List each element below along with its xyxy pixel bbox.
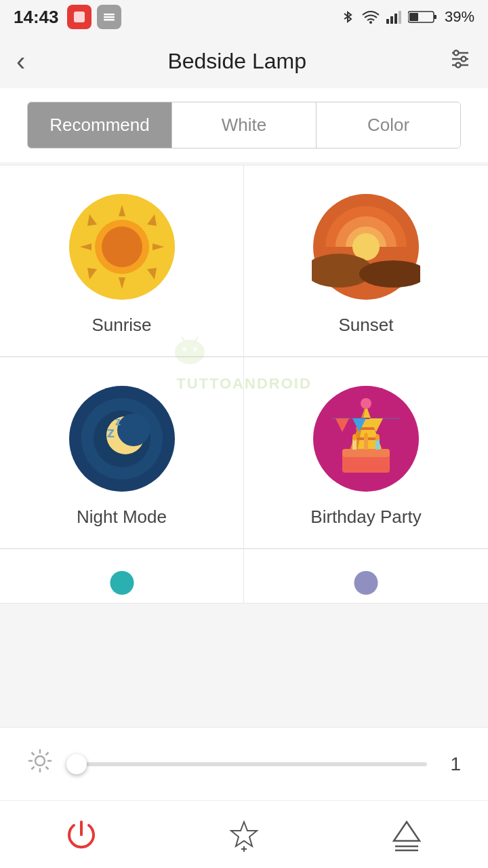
svg-line-75	[32, 767, 35, 770]
sunrise-label: Sunrise	[92, 315, 151, 336]
power-icon	[63, 816, 100, 853]
tab-color[interactable]: Color	[317, 102, 460, 148]
slider-thumb[interactable]	[66, 754, 87, 774]
svg-point-15	[454, 50, 459, 55]
svg-rect-10	[409, 13, 418, 21]
upload-button[interactable]	[388, 816, 425, 853]
modes-grid: TUTTOANDROID	[0, 165, 488, 604]
tab-white[interactable]: White	[171, 102, 317, 148]
svg-rect-7	[394, 14, 397, 24]
app-header: ‹ Bedside Lamp	[0, 34, 488, 88]
svg-rect-3	[104, 19, 115, 21]
star-icon	[226, 816, 262, 853]
tab-recommend[interactable]: Recommend	[28, 102, 171, 148]
sunrise-icon	[68, 193, 176, 301]
partial-icon-left	[95, 570, 149, 596]
svg-point-16	[462, 56, 466, 61]
back-button[interactable]: ‹	[16, 47, 25, 75]
mode-birthday[interactable]: Birthday Party	[244, 357, 488, 549]
svg-point-44	[117, 414, 150, 446]
svg-point-67	[35, 756, 45, 766]
svg-point-64	[375, 434, 380, 441]
sliders-icon	[449, 47, 472, 71]
svg-rect-11	[434, 15, 436, 19]
svg-text:z: z	[115, 416, 121, 427]
svg-marker-79	[394, 822, 420, 841]
settings-button[interactable]	[449, 47, 472, 75]
app-icon-1	[67, 5, 92, 29]
mode-sunrise[interactable]: Sunrise	[0, 165, 244, 357]
night-icon: z z	[68, 384, 176, 493]
svg-rect-58	[342, 449, 390, 457]
birthday-icon	[312, 384, 420, 493]
svg-rect-0	[74, 12, 85, 22]
mode-sunset[interactable]: Sunset	[244, 165, 488, 357]
app-icon-2	[97, 5, 121, 29]
status-icons: 39%	[340, 8, 474, 26]
modes-bottom-row: z z Night Mode	[0, 357, 488, 549]
bottom-section: 1	[0, 727, 488, 868]
signal-icon	[386, 9, 401, 24]
sunset-icon	[312, 193, 420, 301]
night-label: Night Mode	[77, 507, 167, 528]
page-title: Bedside Lamp	[167, 49, 306, 74]
brightness-value: 1	[441, 753, 461, 775]
brightness-row: 1	[0, 727, 488, 800]
mode-night[interactable]: z z Night Mode	[0, 357, 244, 549]
svg-rect-1	[104, 14, 115, 16]
status-time: 14:43	[14, 7, 59, 28]
brightness-slider[interactable]	[66, 762, 427, 766]
battery-icon	[408, 9, 438, 24]
svg-line-72	[32, 753, 35, 755]
svg-point-52	[361, 398, 371, 409]
nav-bar	[0, 800, 488, 868]
mode-partial-left[interactable]	[0, 549, 244, 604]
upload-icon	[388, 816, 425, 853]
modes-partial-row	[0, 549, 488, 604]
svg-point-66	[354, 571, 378, 595]
svg-text:z: z	[107, 424, 115, 441]
svg-point-4	[369, 21, 372, 24]
tabs: Recommend White Color	[27, 102, 461, 149]
sun-small-icon	[27, 748, 53, 774]
svg-point-34	[102, 226, 142, 267]
mode-partial-right[interactable]	[244, 549, 488, 604]
status-bar: 14:43	[0, 0, 488, 34]
svg-marker-76	[231, 822, 257, 846]
birthday-label: Birthday Party	[310, 507, 421, 528]
svg-point-17	[456, 62, 461, 67]
svg-rect-6	[390, 16, 393, 24]
svg-point-65	[110, 571, 134, 595]
svg-point-62	[352, 434, 357, 441]
svg-line-74	[46, 753, 49, 755]
svg-rect-8	[399, 11, 401, 24]
svg-rect-2	[104, 16, 115, 18]
modes-top-row: Sunrise Sunset	[0, 165, 488, 357]
sunset-label: Sunset	[339, 315, 394, 336]
svg-point-63	[364, 433, 368, 439]
bluetooth-icon	[340, 9, 355, 24]
wifi-icon	[362, 9, 380, 24]
svg-line-73	[46, 767, 49, 770]
svg-rect-5	[386, 19, 389, 24]
battery-percent: 39%	[445, 8, 474, 26]
power-button[interactable]	[63, 816, 100, 853]
favorite-button[interactable]	[226, 816, 262, 853]
tabs-container: Recommend White Color	[0, 88, 488, 162]
partial-icon-right	[339, 570, 393, 596]
brightness-icon	[27, 748, 53, 780]
